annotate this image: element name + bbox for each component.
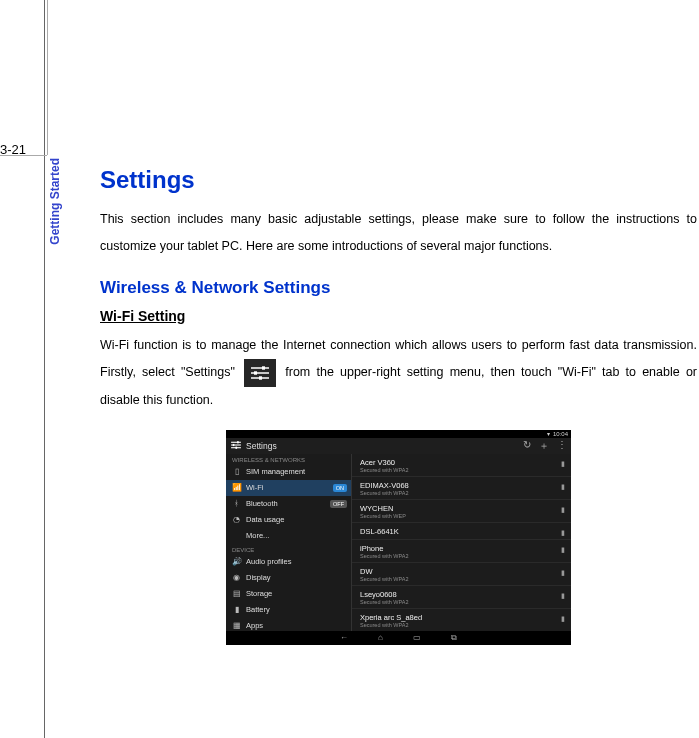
network-item[interactable]: EDIMAX-V068Secured with WPA2▮ [352,477,571,500]
section-wireless-networks: WIRELESS & NETWORKS [226,454,351,464]
sim-icon: ▯ [232,467,241,476]
status-time: 10:04 [553,431,568,437]
svg-rect-3 [262,366,265,369]
recent-apps-icon[interactable]: ▭ [413,633,421,642]
settings-sliders-icon [244,359,276,387]
sidebar-item-wifi[interactable]: 📶Wi-FiON [226,480,351,496]
svg-rect-11 [235,446,237,448]
data-usage-icon: ◔ [232,515,241,524]
display-icon: ◉ [232,573,241,582]
sidebar-item-display[interactable]: ◉Display [226,570,351,586]
signal-icon: ▮ [561,615,565,623]
signal-icon: ▮ [561,569,565,577]
left-rule-light [47,0,48,155]
embedded-android-settings-screenshot: ▾ 10:04 Settings ↻ ＋ ⋮ [226,430,571,645]
signal-icon: ▮ [561,529,565,537]
network-item[interactable]: DSL-6641K▮ [352,523,571,540]
sidebar-item-audio[interactable]: 🔊Audio profiles [226,554,351,570]
heading-settings: Settings [100,166,697,194]
sidebar-item-storage[interactable]: ▤Storage [226,586,351,602]
sidebar-item-more[interactable]: More... [226,528,351,544]
battery-icon: ▮ [232,605,241,614]
titlebar-text: Settings [246,441,277,451]
network-item[interactable]: Acer V360Secured with WPA2▮ [352,454,571,477]
signal-icon: ▮ [561,483,565,491]
network-item[interactable]: Lseyo0608Secured with WPA2▮ [352,586,571,609]
network-item[interactable]: iPhoneSecured with WPA2▮ [352,540,571,563]
settings-sliders-icon [230,440,242,452]
add-icon[interactable]: ＋ [539,439,549,453]
svg-rect-10 [233,443,235,445]
wifi-status-icon: ▾ [547,430,550,437]
sidebar-item-battery[interactable]: ▮Battery [226,602,351,618]
bluetooth-toggle[interactable]: OFF [330,500,347,508]
heading-wifi-setting: Wi-Fi Setting [100,308,697,324]
wifi-network-list: Acer V360Secured with WPA2▮ EDIMAX-V068S… [352,454,571,631]
heading-wireless-network: Wireless & Network Settings [100,278,697,298]
wifi-icon: 📶 [232,483,241,492]
audio-icon: 🔊 [232,557,241,566]
page-number: 3-21 [0,142,26,157]
status-bar: ▾ 10:04 [226,430,571,438]
signal-icon: ▮ [561,460,565,468]
signal-icon: ▮ [561,546,565,554]
wifi-toggle[interactable]: ON [333,484,347,492]
back-icon[interactable]: ← [340,633,348,642]
network-item[interactable]: Xperia arc S_a8edSecured with WPA2▮ [352,609,571,631]
settings-titlebar: Settings ↻ ＋ ⋮ [226,438,571,454]
network-item[interactable]: DWSecured with WPA2▮ [352,563,571,586]
settings-sidebar: WIRELESS & NETWORKS ▯SIM management 📶Wi-… [226,454,352,631]
side-chapter-label: Getting Started [48,158,62,245]
wifi-paragraph: Wi-Fi function is to manage the Internet… [100,332,697,414]
home-icon[interactable]: ⌂ [378,633,383,642]
storage-icon: ▤ [232,589,241,598]
intro-paragraph: This section includes many basic adjusta… [100,206,697,260]
overflow-menu-icon[interactable]: ⋮ [557,439,567,453]
sidebar-item-sim[interactable]: ▯SIM management [226,464,351,480]
signal-icon: ▮ [561,592,565,600]
android-nav-bar: ← ⌂ ▭ ⧉ [226,631,571,645]
bluetooth-icon: ᚼ [232,499,241,508]
apps-icon: ▦ [232,621,241,630]
refresh-icon[interactable]: ↻ [523,439,531,453]
signal-icon: ▮ [561,506,565,514]
network-item[interactable]: WYCHENSecured with WEP▮ [352,500,571,523]
sidebar-item-apps[interactable]: ▦Apps [226,618,351,631]
section-device: DEVICE [226,544,351,554]
svg-rect-5 [259,376,262,379]
svg-rect-4 [254,371,257,374]
svg-rect-9 [237,441,239,443]
left-rule-dark [44,0,45,738]
screenshot-icon[interactable]: ⧉ [451,633,457,643]
sidebar-item-data-usage[interactable]: ◔Data usage [226,512,351,528]
page-content: Settings This section includes many basi… [100,166,697,645]
sidebar-item-bluetooth[interactable]: ᚼBluetoothOFF [226,496,351,512]
